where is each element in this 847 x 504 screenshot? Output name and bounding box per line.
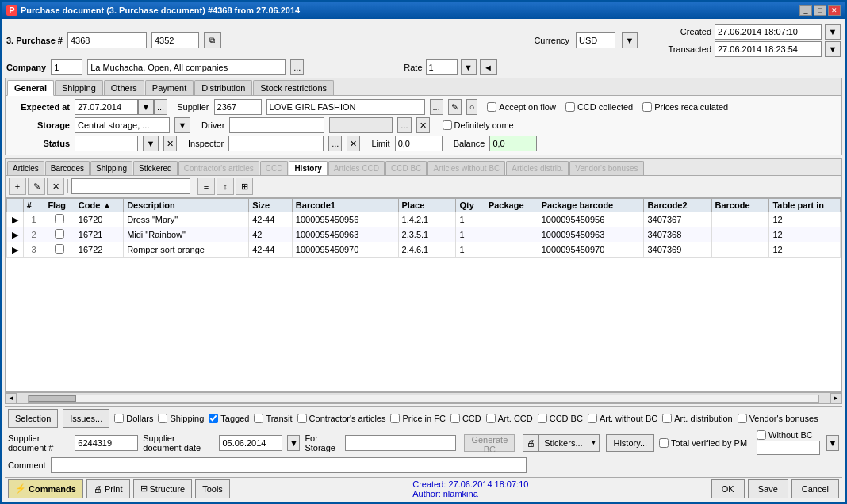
cancel-button[interactable]: Cancel bbox=[791, 479, 839, 498]
tab-vendor-bonuses[interactable]: Vendor's bonuses bbox=[569, 161, 643, 175]
table-row[interactable]: ▶ 3 16722 Romper sort orange 42-44 10000… bbox=[7, 242, 841, 258]
company-dots-button[interactable]: ... bbox=[290, 59, 304, 75]
tab-barcodes[interactable]: Barcodes bbox=[45, 161, 90, 175]
expected-at-dropdown[interactable]: ▼ bbox=[138, 99, 154, 115]
art-distribution-checkbox[interactable] bbox=[662, 414, 672, 423]
col-description[interactable]: Description bbox=[124, 199, 249, 212]
contractors-articles-checkbox-label[interactable]: Contractor's articles bbox=[297, 414, 386, 423]
tab-shipping[interactable]: Shipping bbox=[55, 80, 103, 95]
col-code[interactable]: Code ▲ bbox=[75, 199, 123, 212]
toolbar-delete-button[interactable]: ✕ bbox=[47, 178, 64, 195]
row-flag[interactable] bbox=[44, 227, 75, 242]
articles-table-container[interactable]: # Flag Code ▲ Description Size Barcode1 … bbox=[6, 197, 841, 392]
supplier-edit-button[interactable]: ✎ bbox=[448, 99, 462, 115]
price-in-fc-checkbox-label[interactable]: Price in FC bbox=[390, 414, 445, 423]
scroll-right-button[interactable]: ► bbox=[830, 393, 841, 404]
toolbar-filter3-button[interactable]: ⊞ bbox=[236, 178, 253, 195]
supplier-dots-button[interactable]: ... bbox=[430, 99, 443, 115]
ccd-bc-checkbox-label[interactable]: CCD BC bbox=[538, 414, 583, 423]
rate-dropdown-button[interactable]: ▼ bbox=[461, 59, 477, 75]
definitely-come-checkbox[interactable] bbox=[443, 120, 452, 130]
transit-checkbox-label[interactable]: Transit bbox=[254, 414, 292, 423]
col-table-part-in[interactable]: Table part in bbox=[769, 199, 841, 212]
col-package[interactable]: Package bbox=[485, 199, 538, 212]
ccd-checkbox-label[interactable]: CCD bbox=[450, 414, 481, 423]
row-expand[interactable]: ▶ bbox=[7, 227, 24, 242]
selection-button[interactable]: Selection bbox=[8, 409, 58, 428]
comment-input[interactable] bbox=[51, 457, 527, 473]
storage-input[interactable] bbox=[75, 117, 170, 133]
scroll-left-button[interactable]: ◄ bbox=[6, 393, 17, 404]
tab-ccd-bc[interactable]: CCD BC bbox=[385, 161, 427, 175]
col-barcode1[interactable]: Barcode1 bbox=[292, 199, 398, 212]
col-barcode2[interactable]: Barcode2 bbox=[644, 199, 711, 212]
status-dropdown[interactable]: ▼ bbox=[143, 136, 159, 151]
company-num-input[interactable] bbox=[51, 59, 82, 75]
row-flag[interactable] bbox=[44, 242, 75, 258]
print-button[interactable]: 🖨 Print bbox=[86, 479, 130, 498]
transit-checkbox[interactable] bbox=[254, 414, 263, 423]
structure-button[interactable]: ⊞ Structure bbox=[133, 479, 193, 498]
status-clear[interactable]: ✕ bbox=[163, 136, 177, 151]
tagged-checkbox-label[interactable]: Tagged bbox=[209, 414, 249, 423]
col-place[interactable]: Place bbox=[398, 199, 456, 212]
transacted-input[interactable] bbox=[715, 41, 822, 57]
tagged-checkbox[interactable] bbox=[209, 414, 218, 423]
close-button[interactable]: ✕ bbox=[828, 5, 841, 16]
save-button[interactable]: Save bbox=[748, 479, 788, 498]
art-ccd-checkbox-label[interactable]: Art. CCD bbox=[486, 414, 533, 423]
vendor-bonuses-checkbox-label[interactable]: Vendor's bonuses bbox=[738, 414, 818, 423]
rate-input[interactable] bbox=[426, 59, 458, 75]
price-in-fc-checkbox[interactable] bbox=[390, 414, 400, 423]
tab-general[interactable]: General bbox=[7, 80, 54, 96]
currency-dropdown-button[interactable]: ▼ bbox=[622, 32, 638, 48]
art-distribution-checkbox-label[interactable]: Art. distribution bbox=[662, 414, 732, 423]
shipping-checkbox[interactable] bbox=[158, 414, 167, 423]
stickers-dropdown[interactable]: ▼ bbox=[588, 434, 600, 452]
art-without-bc-checkbox-label[interactable]: Art. without BC bbox=[588, 414, 657, 423]
row-expand[interactable]: ▶ bbox=[7, 242, 24, 258]
toolbar-search-input[interactable] bbox=[71, 178, 190, 194]
commands-button[interactable]: ⚡ Commands bbox=[8, 479, 83, 498]
maximize-button[interactable]: □ bbox=[814, 5, 826, 16]
without-bc-checkbox[interactable] bbox=[757, 430, 766, 440]
supplier-doc-date-input[interactable] bbox=[219, 435, 282, 451]
inspector-input[interactable] bbox=[228, 136, 324, 151]
tab-contractors-articles[interactable]: Contractor's articles bbox=[178, 161, 259, 175]
tab-articles-without-bc[interactable]: Articles without BC bbox=[427, 161, 505, 175]
tab-others[interactable]: Others bbox=[104, 80, 144, 95]
tools-button[interactable]: Tools bbox=[195, 479, 230, 498]
prices-recalculated-checkbox[interactable] bbox=[642, 102, 652, 112]
ok-button[interactable]: OK bbox=[711, 479, 745, 498]
supplier-doc-input[interactable] bbox=[75, 435, 138, 451]
col-barcode[interactable]: Barcode bbox=[711, 199, 769, 212]
row-expand[interactable]: ▶ bbox=[7, 212, 24, 227]
tab-articles-distrib[interactable]: Articles distrib. bbox=[506, 161, 569, 175]
transacted-dropdown-button[interactable]: ▼ bbox=[825, 41, 841, 57]
created-dropdown-button[interactable]: ▼ bbox=[825, 24, 841, 40]
rate-arrow-left-button[interactable]: ◄ bbox=[480, 59, 497, 75]
minimize-button[interactable]: _ bbox=[799, 5, 812, 16]
ccd-collected-checkbox[interactable] bbox=[565, 102, 575, 112]
toolbar-filter2-button[interactable]: ↕ bbox=[217, 178, 234, 195]
table-row[interactable]: ▶ 2 16721 Midi "Rainbow" 42 100009545096… bbox=[7, 227, 841, 242]
created-input[interactable] bbox=[715, 24, 822, 40]
col-flag[interactable]: Flag bbox=[44, 199, 75, 212]
stickers-icon-button[interactable]: 🖨 bbox=[523, 434, 539, 452]
supplier-clear-button[interactable]: ○ bbox=[466, 99, 478, 115]
tab-stock-restrictions[interactable]: Stock restrictions bbox=[253, 80, 334, 95]
issues-button[interactable]: Issues... bbox=[63, 409, 109, 428]
driver-input[interactable] bbox=[229, 117, 324, 133]
art-ccd-checkbox[interactable] bbox=[486, 414, 496, 423]
col-package-barcode[interactable]: Package barcode bbox=[538, 199, 644, 212]
history2-button[interactable]: History... bbox=[606, 434, 654, 452]
total-verified-checkbox[interactable] bbox=[659, 438, 669, 448]
expected-at-dots[interactable]: ... bbox=[154, 99, 167, 115]
scroll-track[interactable] bbox=[28, 395, 819, 403]
accept-on-flow-checkbox[interactable] bbox=[487, 102, 496, 112]
without-bc-label[interactable]: Without BC bbox=[757, 430, 820, 440]
currency-input[interactable] bbox=[576, 32, 615, 48]
purchase-num1-input[interactable] bbox=[67, 32, 147, 48]
tab-ccd[interactable]: CCD bbox=[260, 161, 289, 175]
tab-articles[interactable]: Articles bbox=[7, 161, 44, 175]
